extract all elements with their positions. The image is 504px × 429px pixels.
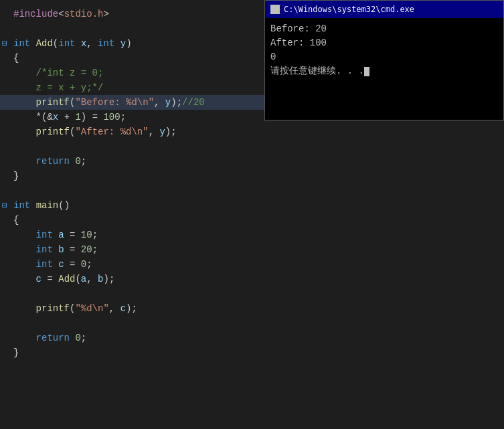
cmd-output-line-2: After: 100 (270, 36, 498, 50)
code-line-12: } (0, 169, 264, 183)
line-content-19: c = Add(a, b); (9, 274, 114, 284)
editor-panel: #include<stdio.h> ⊟ int Add(int x, int y… (0, 0, 264, 429)
code-line-24: } (0, 345, 264, 360)
code-line-14: ⊟ int main() (0, 198, 264, 213)
code-line-17: int b = 20; (0, 242, 264, 257)
cmd-title: C:\Windows\system32\cmd.exe (284, 5, 414, 14)
gutter-14[interactable]: ⊟ (0, 200, 9, 211)
line-content-10 (9, 141, 19, 152)
code-line-3: ⊟ int Add(int x, int y) (0, 36, 264, 51)
line-content-18: int c = 0; (9, 259, 92, 270)
code-line-11: return 0; (0, 154, 264, 169)
line-content-13 (9, 185, 19, 196)
line-content-5: /*int z = 0; (9, 68, 103, 78)
line-content-2 (9, 23, 19, 34)
line-content-23: return 0; (9, 333, 86, 343)
line-content-9: printf("After: %d\n", y); (9, 126, 177, 137)
line-content-12: } (9, 171, 19, 181)
line-content-15: { (9, 215, 19, 226)
line-content-6: z = x + y;*/ (9, 82, 103, 93)
svg-rect-0 (272, 7, 278, 12)
cmd-window[interactable]: C:\Windows\system32\cmd.exe Before: 20 A… (264, 0, 504, 120)
code-line-21: printf("%d\n", c); (0, 301, 264, 316)
code-line-6: z = x + y;*/ (0, 80, 264, 95)
line-content-24: } (9, 347, 19, 358)
line-content-17: int b = 20; (9, 244, 98, 255)
gutter-3[interactable]: ⊟ (0, 38, 9, 49)
svg-rect-1 (272, 6, 275, 8)
code-line-13 (0, 183, 264, 198)
code-line-5: /*int z = 0; (0, 66, 264, 80)
code-line-2 (0, 21, 264, 36)
cmd-output: Before: 20 After: 100 0 请按任意键继续. . . (265, 18, 503, 82)
line-content-14: int main() (9, 200, 70, 211)
cmd-titlebar: C:\Windows\system32\cmd.exe (265, 1, 503, 18)
code-line-10 (0, 139, 264, 154)
code-line-4: { (0, 51, 264, 66)
code-line-15: { (0, 213, 264, 228)
code-line-23: return 0; (0, 331, 264, 345)
code-line-22 (0, 316, 264, 331)
code-line-20 (0, 286, 264, 301)
code-line-9: printf("After: %d\n", y); (0, 124, 264, 139)
line-content-1: #include<stdio.h> (9, 9, 109, 19)
code-line-16: int a = 10; (0, 228, 264, 242)
line-content-7: printf("Before: %d\n", y);//20 (9, 97, 205, 108)
code-line-8: *(&x + 1) = 100; (0, 110, 264, 124)
line-content-20 (9, 288, 19, 299)
cmd-output-line-1: Before: 20 (270, 22, 498, 36)
line-content-3: int Add(int x, int y) (9, 38, 132, 49)
cmd-output-line-4: 请按任意键继续. . . (270, 64, 498, 78)
right-background (264, 120, 504, 429)
cmd-icon (270, 5, 280, 14)
line-content-8: *(&x + 1) = 100; (9, 112, 126, 122)
line-content-4: { (9, 53, 19, 64)
cmd-cursor (364, 67, 369, 76)
code-line-1: #include<stdio.h> (0, 7, 264, 21)
code-line-19: c = Add(a, b); (0, 272, 264, 286)
code-line-7: printf("Before: %d\n", y);//20 (0, 95, 264, 110)
line-content-16: int a = 10; (9, 230, 98, 240)
code-line-18: int c = 0; (0, 257, 264, 272)
line-content-22 (9, 318, 19, 329)
line-content-21: printf("%d\n", c); (9, 303, 137, 314)
cmd-output-line-3: 0 (270, 50, 498, 64)
line-content-11: return 0; (9, 156, 86, 167)
